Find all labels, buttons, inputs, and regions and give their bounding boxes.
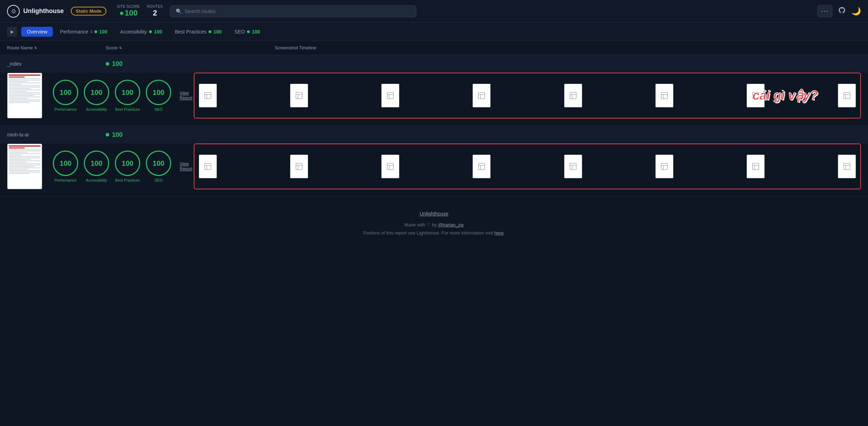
score-circle-acc-minh: 100 <box>84 151 109 176</box>
screenshot-thumb-8 <box>838 84 856 108</box>
col-score[interactable]: Score ⇅ <box>106 45 275 50</box>
svg-rect-1 <box>296 92 302 99</box>
table-header: Route Name ⇅ Score ⇅ Screenshot Timeline <box>0 41 868 55</box>
svg-rect-7 <box>844 92 850 99</box>
thumbnail-col-minh <box>7 144 46 189</box>
tab-best-practices-dot <box>209 30 211 33</box>
score-circle-perf-minh: 100 <box>53 151 78 176</box>
view-report-col-index: View Report <box>177 91 192 101</box>
routes-label: ROUTES <box>147 5 163 8</box>
view-report-link-minh[interactable]: View Report <box>180 162 192 171</box>
routes-value: 2 <box>153 8 157 18</box>
tab-performance-info: ℹ <box>91 29 92 34</box>
svg-rect-4 <box>570 92 576 99</box>
collapse-button[interactable]: ▶ <box>7 27 17 37</box>
score-performance-index: 100 Performance <box>53 80 78 111</box>
thumbnail-index <box>7 73 42 118</box>
footer-author-link[interactable]: @harlan_zw <box>438 222 464 227</box>
tab-performance[interactable]: Performance ℹ 100 <box>54 27 113 37</box>
site-score-dot: ● <box>119 8 124 17</box>
scores-col-minh: 100 Performance 100 Accessibility 100 Be… <box>53 144 187 189</box>
tab-accessibility-dot <box>149 30 152 33</box>
score-label-accessibility: Accessibility <box>86 107 107 111</box>
tab-best-practices[interactable]: Best Practices 100 <box>169 27 227 37</box>
route-detail-minh: 100 Performance 100 Accessibility 100 Be… <box>0 144 868 196</box>
tab-seo-score: 100 <box>252 29 260 35</box>
screenshot-thumb-m8 <box>838 154 856 178</box>
site-score-label: SITE SCORE <box>117 5 140 8</box>
screenshot-thumb-5 <box>564 84 582 108</box>
svg-rect-10 <box>387 163 393 170</box>
screenshot-thumb-m6 <box>655 154 674 178</box>
score-label-perf-minh: Performance <box>55 178 77 182</box>
search-icon: 🔍 <box>176 8 182 14</box>
logo-area: ⊙ Unlighthouse <box>7 5 64 18</box>
nav-tabs: ▶ Overview Performance ℹ 100 Accessibili… <box>0 23 868 41</box>
screenshot-thumb-4 <box>472 84 491 108</box>
search-bar[interactable]: 🔍 <box>170 5 416 17</box>
site-score-area: SITE SCORE ●100 <box>117 5 140 18</box>
score-bestpractices-index: 100 Best Practices <box>115 80 140 111</box>
tab-performance-label: Performance <box>60 29 88 35</box>
screenshot-thumb-m7 <box>746 154 765 178</box>
screenshot-thumb-3 <box>381 84 399 108</box>
svg-rect-12 <box>570 163 576 170</box>
tab-seo[interactable]: SEO 100 <box>229 27 266 37</box>
score-accessibility-index: 100 Accessibility <box>84 80 109 111</box>
tab-accessibility[interactable]: Accessibility 100 <box>114 27 168 37</box>
svg-rect-8 <box>205 163 211 170</box>
svg-rect-9 <box>296 163 302 170</box>
route-name-minh: minh-la-ai <box>7 132 106 138</box>
tab-performance-score: 100 <box>99 29 107 35</box>
svg-rect-13 <box>661 163 668 170</box>
screenshot-thumb-m3 <box>381 154 399 178</box>
sort-score-icon: ⇅ <box>119 46 122 50</box>
screenshot-thumb-7 <box>746 84 765 108</box>
tab-best-practices-score: 100 <box>213 29 222 35</box>
score-circle-performance: 100 <box>53 80 78 105</box>
route-section-index: _index 100 <box>0 55 868 126</box>
route-score-index: 100 <box>106 60 275 68</box>
footer-made-with: Made with ♡ by @harlan_zw <box>7 222 861 227</box>
screenshot-thumb-2 <box>290 84 308 108</box>
tab-performance-dot <box>94 30 97 33</box>
route-header-minh: minh-la-ai 100 <box>0 126 868 144</box>
col-route-name[interactable]: Route Name ⇅ <box>7 45 106 50</box>
tab-seo-dot <box>247 30 250 33</box>
more-options-button[interactable]: ··· <box>817 5 832 17</box>
score-label-bestpractices: Best Practices <box>115 107 140 111</box>
footer: Unlighthouse Made with ♡ by @harlan_zw P… <box>0 197 868 243</box>
view-report-link-index[interactable]: View Report <box>180 91 192 101</box>
col-screenshot: Screenshot Timeline <box>275 45 861 50</box>
screenshot-thumb-m1 <box>199 154 217 178</box>
score-label-seo-minh: SEO <box>154 178 162 182</box>
header-actions: ··· 🌙 <box>817 5 861 17</box>
score-circle-bp-minh: 100 <box>115 151 140 176</box>
screenshot-thumb-m2 <box>290 154 308 178</box>
sort-route-icon: ⇅ <box>34 46 37 50</box>
svg-rect-0 <box>205 92 211 99</box>
footer-here-link[interactable]: here <box>495 230 504 236</box>
tab-overview[interactable]: Overview <box>21 27 53 37</box>
github-icon[interactable] <box>838 6 846 16</box>
thumbnail-minh <box>7 144 42 189</box>
screenshots-col-index: cái gì vậy? <box>194 73 861 118</box>
site-score-value: ●100 <box>119 8 138 18</box>
tab-overview-label: Overview <box>27 29 47 35</box>
svg-rect-5 <box>661 92 668 99</box>
scores-col-index: 100 Performance 100 Accessibility 100 Be… <box>53 73 187 118</box>
score-label-bp-minh: Best Practices <box>115 178 140 182</box>
score-seo-minh: 100 SEO <box>146 151 171 182</box>
footer-unlighthouse-link[interactable]: Unlighthouse <box>7 211 861 217</box>
score-value-index: 100 <box>112 60 123 68</box>
routes-area: ROUTES 2 <box>147 5 163 18</box>
svg-rect-2 <box>387 92 393 99</box>
logo-symbol: ⊙ <box>11 8 16 14</box>
screenshot-label: Screenshot Timeline <box>275 45 316 50</box>
score-performance-minh: 100 Performance <box>53 151 78 182</box>
score-label: Score <box>106 45 118 50</box>
screenshot-thumb-6 <box>655 84 674 108</box>
svg-rect-3 <box>478 92 485 99</box>
dark-mode-toggle[interactable]: 🌙 <box>851 7 861 16</box>
search-input[interactable] <box>185 8 410 14</box>
